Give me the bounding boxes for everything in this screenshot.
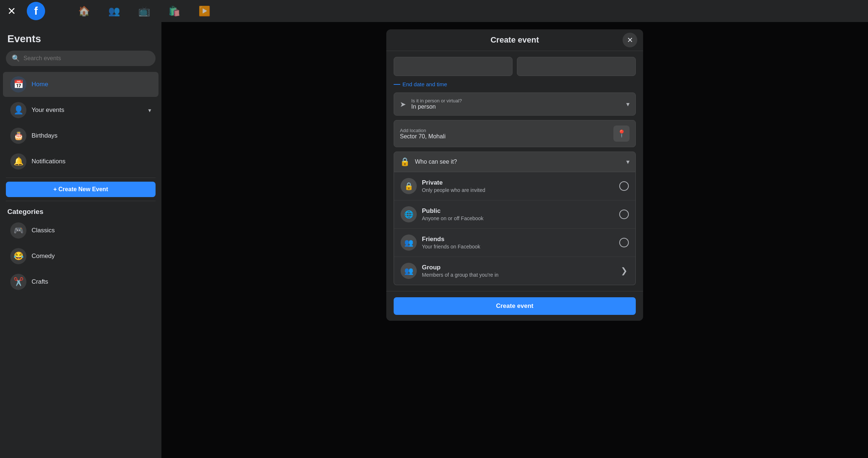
categories-section-title: Categories (0, 205, 161, 217)
private-radio[interactable] (619, 181, 629, 191)
location-field-label: Add location (400, 128, 608, 133)
sidebar-item-notifications[interactable]: 🔔 Notifications (3, 149, 158, 174)
modal-header: Create event ✕ (386, 29, 643, 51)
person-or-virtual-dropdown[interactable]: ➤ Is it in person or virtual? In person … (394, 92, 636, 116)
public-text: Public Anyone on or off Facebook (422, 207, 614, 221)
privacy-option-private[interactable]: 🔒 Private Only people who are invited (394, 172, 635, 200)
birthdays-icon: 🎂 (10, 128, 26, 144)
modal-close-button[interactable]: ✕ (623, 33, 637, 47)
your-events-chevron-icon: ▾ (148, 107, 151, 114)
sidebar-item-label-notifications: Notifications (32, 158, 66, 165)
sidebar-title: Events (0, 29, 161, 51)
person-field-value: In person (411, 103, 621, 110)
privacy-dropdown[interactable]: 🔒 Who can see it? ▾ (394, 152, 636, 172)
location-field[interactable]: Add location Sector 70, Mohali 📍 (394, 120, 636, 147)
privacy-option-group[interactable]: 👥 Group Members of a group that you're i… (394, 257, 635, 285)
sidebar-item-home[interactable]: 📅 Home (3, 72, 158, 97)
comedy-icon: 😂 (10, 248, 26, 264)
start-date-input[interactable] (394, 57, 513, 76)
topbar-nav-icons: 🏠 👥 📺 🛍️ ▶️ (78, 6, 210, 17)
search-icon: 🔍 (12, 54, 20, 62)
gaming-nav-icon[interactable]: ▶️ (198, 6, 210, 17)
modal-overlay: Create event ✕ — End date and time (161, 22, 868, 458)
sidebar-item-crafts[interactable]: ✂️ Crafts (3, 269, 158, 294)
create-new-event-button[interactable]: + Create New Event (6, 182, 156, 197)
group-desc: Members of a group that you're in (422, 272, 614, 278)
sidebar-item-birthdays[interactable]: 🎂 Birthdays (3, 123, 158, 148)
sidebar-divider (6, 178, 156, 178)
sidebar-item-your-events[interactable]: 👤 Your events ▾ (3, 98, 158, 123)
sidebar-item-label-comedy: Comedy (32, 252, 55, 260)
sidebar-item-label-birthdays: Birthdays (32, 132, 58, 139)
sidebar-item-label-your-events: Your events (32, 106, 64, 114)
sidebar-item-classics[interactable]: 🎮 Classics (3, 218, 158, 243)
sidebar-item-label-classics: Classics (32, 227, 55, 234)
end-date-link-text: End date and time (402, 81, 447, 87)
notifications-icon: 🔔 (10, 153, 26, 170)
public-radio[interactable] (619, 210, 629, 219)
friends-icon: 👥 (401, 235, 417, 251)
your-events-icon: 👤 (10, 102, 26, 118)
group-text: Group Members of a group that you're in (422, 264, 614, 278)
friends-text: Friends Your friends on Facebook (422, 236, 614, 250)
watch-nav-icon[interactable]: 📺 (138, 6, 150, 17)
location-arrow-icon: ➤ (400, 100, 406, 109)
private-icon: 🔒 (401, 178, 417, 194)
topbar: ✕ f 🏠 👥 📺 🛍️ ▶️ (0, 0, 868, 22)
group-name: Group (422, 264, 614, 271)
friends-nav-icon[interactable]: 👥 (108, 6, 120, 17)
modal-close-icon: ✕ (627, 36, 633, 44)
crafts-icon: ✂️ (10, 274, 26, 290)
sidebar: Events 🔍 📅 Home 👤 Your events ▾ 🎂 Birthd… (0, 22, 161, 458)
person-field-content: Is it in person or virtual? In person (411, 98, 621, 110)
private-text: Private Only people who are invited (422, 179, 614, 193)
location-field-value: Sector 70, Mohali (400, 133, 608, 140)
classics-icon: 🎮 (10, 222, 26, 239)
home-nav-icon[interactable]: 🏠 (78, 6, 90, 17)
privacy-lock-icon: 🔒 (400, 157, 410, 167)
pin-icon: 📍 (617, 129, 626, 138)
location-field-content: Add location Sector 70, Mohali (400, 128, 608, 140)
modal-body: — End date and time ➤ Is it in person or… (386, 51, 643, 291)
location-pin-button[interactable]: 📍 (613, 126, 630, 142)
private-desc: Only people who are invited (422, 187, 614, 193)
friends-desc: Your friends on Facebook (422, 244, 614, 250)
create-event-button[interactable]: Create event (394, 297, 636, 315)
private-name: Private (422, 179, 614, 186)
sidebar-item-label-crafts: Crafts (32, 278, 48, 286)
privacy-dropdown-label: Who can see it? (415, 159, 621, 165)
group-arrow[interactable]: ❯ (619, 266, 629, 276)
person-chevron-icon: ▾ (626, 100, 630, 108)
privacy-chevron-icon: ▾ (626, 158, 630, 166)
privacy-option-public[interactable]: 🌐 Public Anyone on or off Facebook (394, 200, 635, 229)
sidebar-item-comedy[interactable]: 😂 Comedy (3, 244, 158, 269)
friends-radio[interactable] (619, 238, 629, 247)
privacy-options-list: 🔒 Private Only people who are invited 🌐 … (394, 172, 636, 285)
main-content: Create event ✕ — End date and time (161, 22, 868, 458)
marketplace-nav-icon[interactable]: 🛍️ (168, 6, 180, 17)
facebook-logo: f (27, 2, 45, 20)
search-bar[interactable]: 🔍 (6, 51, 156, 66)
modal-title: Create event (490, 35, 539, 45)
friends-name: Friends (422, 236, 614, 243)
public-name: Public (422, 207, 614, 215)
person-field-label: Is it in person or virtual? (411, 98, 621, 103)
create-event-modal: Create event ✕ — End date and time (386, 29, 643, 321)
sidebar-item-label-home: Home (32, 81, 48, 88)
start-time-input[interactable] (517, 57, 636, 76)
privacy-option-friends[interactable]: 👥 Friends Your friends on Facebook (394, 229, 635, 257)
sidebar-divider-2 (6, 201, 156, 201)
home-icon: 📅 (10, 76, 26, 92)
minus-icon: — (394, 80, 400, 88)
public-desc: Anyone on or off Facebook (422, 215, 614, 221)
public-icon: 🌐 (401, 206, 417, 222)
search-input[interactable] (23, 55, 150, 62)
group-icon: 👥 (401, 263, 417, 279)
modal-footer: Create event (386, 291, 643, 321)
close-icon[interactable]: ✕ (7, 5, 16, 17)
datetime-row (394, 57, 636, 76)
end-date-link[interactable]: — End date and time (394, 80, 636, 88)
